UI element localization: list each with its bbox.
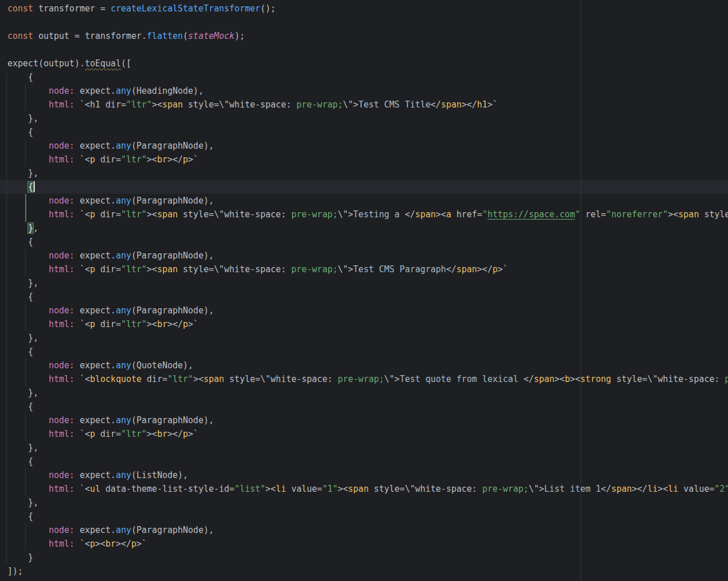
code-token-t: `< (74, 539, 90, 549)
code-token-t: `<h1 dir= (74, 100, 126, 110)
code-line[interactable]: }, (7, 331, 728, 345)
code-line[interactable]: html: `<p dir="ltr"><span style=\"white-… (7, 262, 728, 276)
code-line[interactable]: html: `<ul data-theme-list-style-id="lis… (7, 482, 728, 496)
code-line[interactable]: node: expect.any(HeadingNode), (7, 84, 728, 98)
code-line[interactable]: node: expect.any(ParagraphNode), (7, 523, 728, 537)
code-line[interactable]: node: expect.any(ListNode), (7, 468, 728, 482)
code-line[interactable]: }, (7, 166, 728, 180)
code-token-t: }, (7, 168, 38, 178)
code-token-t: expect. (74, 415, 115, 425)
code-line[interactable]: const transformer = createLexicalStateTr… (7, 2, 728, 15)
code-line[interactable]: html: `<p dir="ltr"><br></p>` (7, 317, 728, 331)
code-line[interactable]: { (7, 510, 728, 523)
text-caret (34, 181, 35, 192)
code-line[interactable]: } (7, 551, 728, 564)
code-token-tag: blockquote (90, 374, 142, 384)
code-line[interactable]: expect(output).toEqual([ (7, 57, 728, 70)
code-line[interactable]: node: expect.any(ParagraphNode), (7, 194, 728, 208)
code-token-t (7, 319, 49, 329)
code-line[interactable]: }, (7, 441, 728, 455)
code-token-fn: any (116, 196, 131, 206)
code-token-prop: html: (49, 319, 74, 329)
code-token-t: >< (193, 374, 203, 384)
code-line[interactable]: const output = transformer.flatten(state… (7, 29, 728, 43)
code-token-t: rel= (580, 209, 606, 220)
code-line[interactable]: }, (7, 386, 728, 400)
code-line[interactable]: { (7, 235, 728, 249)
code-line[interactable]: html: `<p dir="ltr"><br></p>` (7, 153, 728, 166)
code-token-tag: span (457, 264, 477, 274)
matched-brace: } (28, 223, 33, 233)
matched-brace: { (28, 182, 33, 192)
code-token-t: (ListNode), (131, 470, 188, 480)
code-token-t: style=\"white-space: (611, 374, 725, 384)
code-token-t: >` (498, 264, 508, 274)
code-token-prop: node: (49, 470, 74, 480)
code-line[interactable]: { (7, 70, 728, 84)
code-token-t: ([ (121, 58, 131, 69)
code-line[interactable]: html: `<blockquote dir="ltr"><span style… (7, 372, 728, 386)
code-token-t: >` (188, 154, 198, 165)
code-token-t: >` (188, 319, 198, 329)
code-token-tag: br (157, 429, 167, 439)
code-line[interactable]: node: expect.any(QuoteNode), (7, 359, 728, 372)
code-token-t: \"> (529, 484, 544, 494)
code-token-tag: p (90, 209, 95, 220)
code-token-t: { (7, 127, 33, 137)
code-line[interactable] (7, 15, 728, 29)
code-token-t: }, (7, 278, 38, 288)
code-line[interactable]: node: expect.any(ParagraphNode), (7, 304, 728, 317)
code-token-t: { (7, 347, 33, 357)
code-line[interactable]: }, (7, 221, 728, 235)
code-token-t: (HeadingNode), (131, 86, 203, 96)
code-line[interactable]: }, (7, 276, 728, 290)
code-token-kw: const (7, 3, 33, 14)
code-token-t: output = transformer. (33, 31, 147, 41)
code-token-tag: br (157, 154, 167, 165)
code-token-html: Test quote from lexical (399, 374, 523, 384)
code-token-tag: span (157, 264, 178, 274)
code-line[interactable]: html: `<p dir="ltr"><br></p>` (7, 427, 728, 441)
code-token-t: ></ (167, 429, 183, 439)
code-token-tag: a (446, 209, 451, 220)
code-token-t: >< (147, 209, 157, 220)
code-line[interactable]: html: `<h1 dir="ltr"><span style=\"white… (7, 98, 728, 112)
code-token-t: \"> (338, 209, 353, 220)
code-token-str: "ltr" (121, 154, 147, 165)
code-line[interactable]: html: `<p><br></p>` (7, 537, 728, 551)
code-token-t: { (7, 456, 33, 467)
code-token-link: https://space.com (487, 209, 575, 220)
code-line[interactable]: { (7, 125, 728, 139)
code-line[interactable]: }, (7, 112, 728, 125)
code-token-t: `< (74, 374, 90, 384)
code-token-t: >< (147, 264, 157, 274)
code-lines: const transformer = createLexicalStateTr… (0, 0, 728, 578)
code-editor[interactable]: const transformer = createLexicalStateTr… (0, 0, 728, 581)
code-token-prop: node: (49, 250, 74, 261)
code-token-t (7, 360, 49, 371)
code-token-tag: li (647, 484, 658, 494)
code-token-prop: html: (49, 100, 74, 110)
code-line[interactable]: { (7, 455, 728, 468)
code-token-t: expect(output). (7, 58, 85, 69)
code-line[interactable]: ]); (7, 564, 728, 578)
code-token-tag: li (276, 484, 286, 494)
code-token-html: List item 1 (544, 484, 601, 494)
code-line[interactable]: node: expect.any(ParagraphNode), (7, 413, 728, 427)
code-token-t: >< (668, 209, 678, 220)
code-line[interactable]: { (7, 345, 728, 359)
code-line[interactable]: html: `<p dir="ltr"><span style=\"white-… (7, 208, 728, 221)
code-token-t: >< (147, 429, 157, 439)
code-line[interactable]: }, (7, 496, 728, 510)
code-line[interactable]: { (7, 290, 728, 304)
code-line[interactable]: node: expect.any(ParagraphNode), (7, 249, 728, 262)
code-line[interactable]: node: expect.any(ParagraphNode), (7, 139, 728, 153)
code-token-t: >< (147, 319, 157, 329)
code-token-t: (); (261, 3, 276, 14)
code-token-t: }, (7, 113, 38, 124)
code-line[interactable]: { (7, 400, 728, 413)
code-line[interactable]: { (7, 180, 728, 194)
code-token-str: "ltr" (167, 374, 193, 384)
code-token-t (7, 264, 49, 274)
code-line[interactable] (7, 43, 728, 57)
